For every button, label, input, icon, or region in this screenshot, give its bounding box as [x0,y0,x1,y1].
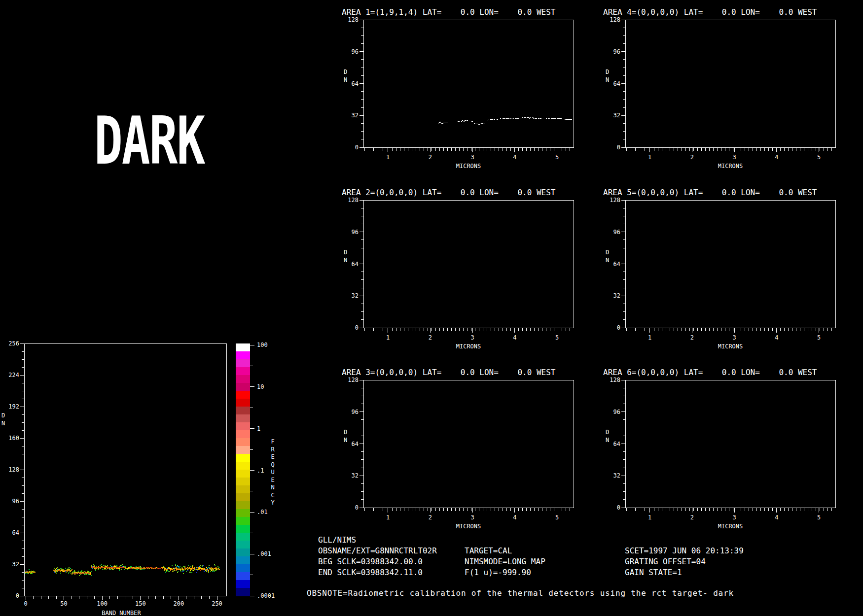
y-tick-label: 256 [8,340,19,347]
y-axis-title: N [344,437,347,444]
y-axis-title: N [1,420,5,427]
y-axis [20,343,24,596]
y-axis [621,20,625,147]
footer-obsname: OBSNAME/EXT=G8NNRCTRLT02R [318,546,437,555]
plot-frame [363,380,574,508]
y-tick-label: 0 [16,592,19,599]
y-tick-label: 0 [355,324,359,331]
area-plot-1-canvas: 0326496128DN12345MICRONS [334,5,585,177]
y-tick-label: 128 [8,466,19,473]
colorbar-title-char: F [271,438,274,445]
y-tick-label: 64 [352,261,359,268]
footer-end-sclk: END SCLK=03988342.11.0 [318,568,423,577]
y-axis-title: D [606,249,609,256]
y-tick-label: 96 [352,229,359,236]
x-tick-label: 3 [471,334,474,341]
y-axis-title: N [344,76,347,83]
footer-beg-sclk: BEG SCLK=03988342.00.0 [318,557,423,566]
y-tick-label: 128 [348,16,359,23]
y-tick-label: 32 [613,112,620,119]
y-tick-label: 64 [613,441,620,447]
y-tick-label: 128 [610,16,620,23]
area-plot-5-canvas: 0326496128DN12345MICRONS [596,185,847,358]
colorbar-title-char: E [271,477,274,483]
x-axis-title: MICRONS [718,343,743,350]
y-axis [360,200,363,328]
x-axis-title: BAND NUMBER [102,610,141,616]
plot-frame [363,20,574,147]
y-axis-title: D [344,429,347,436]
band-histogram-canvas: 0326496128160192224256DN050100150200250B… [0,306,316,616]
x-axis [26,596,217,600]
y-axis [360,380,363,508]
x-tick-label: 1 [386,154,390,161]
y-tick-label: 96 [352,48,359,55]
x-tick-label: 5 [817,334,821,341]
x-tick-label: 4 [775,334,778,341]
y-axis [621,200,625,328]
dn-scatter [25,564,220,576]
y-tick-label: 64 [352,441,359,447]
y-tick-label: 224 [8,372,19,378]
x-tick-label: 4 [775,514,778,521]
y-tick-label: 32 [352,292,359,299]
frequency-colorbar [236,343,254,596]
colorbar-title-char: C [271,492,274,499]
y-axis-title: D [606,429,609,436]
colorbar-tick-label: .001 [257,550,271,557]
y-tick-label: 0 [355,144,359,151]
x-tick-label: 3 [471,514,474,521]
spectrum-trace [486,117,572,120]
y-axis-title: N [344,257,347,264]
x-axis-title: MICRONS [718,163,743,170]
y-tick-label: 32 [613,292,620,299]
histogram-core-line [26,572,35,573]
x-tick-label: 200 [174,600,184,607]
spectrum-trace [457,120,473,122]
y-axis-title: N [606,437,609,444]
y-tick-label: 96 [613,48,620,55]
x-tick-label: 1 [386,514,390,521]
y-tick-label: 0 [355,504,359,511]
colorbar-tick-label: .01 [257,509,268,515]
x-axis [627,147,832,152]
plot-frame [24,343,226,596]
histogram-core-line [146,568,164,568]
x-tick-label: 1 [648,334,651,341]
y-axis-title: D [344,68,347,75]
x-tick-label: 1 [648,154,651,161]
x-tick-label: 5 [555,334,559,341]
x-tick-label: 4 [775,154,778,161]
spectrum-trace [438,122,448,124]
y-tick-label: 192 [8,403,19,410]
x-tick-label: 50 [60,600,67,607]
y-tick-label: 96 [12,498,19,505]
x-tick-label: 100 [97,600,108,607]
y-tick-label: 32 [352,112,359,119]
x-tick-label: 5 [555,154,559,161]
x-tick-label: 0 [24,600,27,607]
y-tick-label: 64 [613,261,620,268]
footer-nimsmode: NIMSMODE=LONG MAP [465,557,545,566]
x-tick-label: 3 [733,514,736,521]
colorbar-title-char: U [271,469,274,476]
plot-frame [363,200,574,328]
y-axis-title: N [606,76,609,83]
y-tick-label: 64 [12,529,19,536]
x-axis-title: MICRONS [456,523,481,530]
y-tick-label: 32 [352,472,359,479]
y-tick-label: 128 [348,376,359,383]
footer-scet: SCET=1997 JUN 06 20:13:39 [625,546,744,555]
area-plot-6-canvas: 0326496128DN12345MICRONS [596,365,847,538]
y-axis [621,380,625,508]
area-plot-3-canvas: 0326496128DN12345MICRONS [334,365,585,538]
y-axis [360,20,363,147]
y-axis-title: D [344,249,347,256]
footer-grating: GRATING OFFSET=04 [625,557,706,566]
nims-calibration-screen: DARK AREA 1=(1,9,1,4) LAT= 0.0 LON= 0.0 … [0,0,863,616]
x-tick-label: 150 [135,600,146,607]
plot-frame [625,20,835,147]
x-tick-label: 250 [212,600,222,607]
x-axis [627,508,832,513]
x-tick-label: 3 [471,154,474,161]
